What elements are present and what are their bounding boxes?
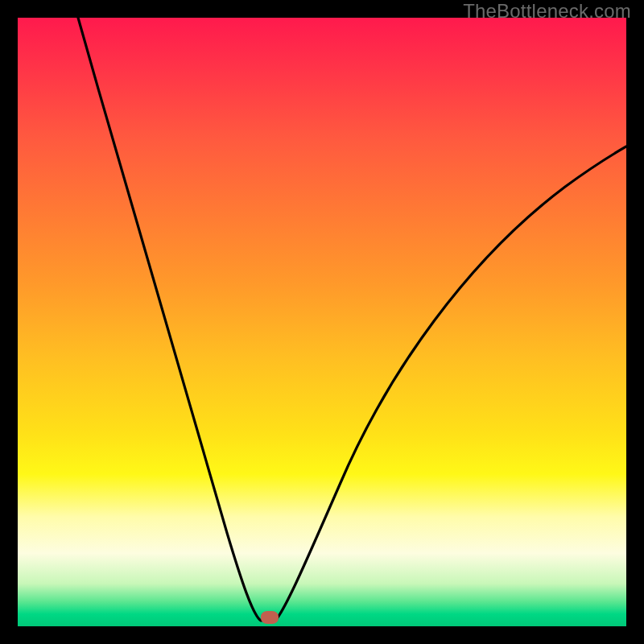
watermark-text: TheBottleneck.com — [463, 0, 631, 23]
chart-gradient-bg — [18, 18, 626, 626]
minimum-marker — [261, 611, 279, 624]
chart-frame — [18, 18, 626, 626]
